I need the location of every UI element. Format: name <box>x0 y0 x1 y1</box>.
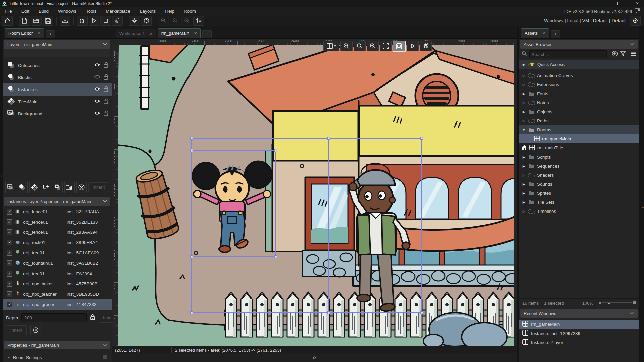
add-instance-layer-icon[interactable] <box>17 181 27 193</box>
layer-row-background[interactable]: Background <box>3 108 112 120</box>
delete-layer-icon[interactable] <box>76 181 87 193</box>
add-tab-button[interactable]: + <box>46 30 55 38</box>
add-layer-folder-icon[interactable] <box>64 181 74 193</box>
instance-row[interactable]: ✓obj_fence01inst_283AA394 <box>3 227 112 238</box>
import-icon[interactable] <box>60 16 70 26</box>
checkbox-checked[interactable]: ✓ <box>7 271 12 277</box>
zoom-out-icon[interactable] <box>158 16 169 26</box>
layer-row-cutscenes[interactable]: Cutscenes <box>3 59 112 71</box>
instance-row-selected[interactable]: ✓obj_npc_grocerinst_41847333 <box>3 299 112 310</box>
tree-sprites[interactable]: ▶Sprites <box>519 189 639 198</box>
depth-inherit-button[interactable]: Inherit <box>99 313 112 323</box>
tree-shaders[interactable]: ▷Shaders <box>519 171 639 180</box>
tree-scripts[interactable]: ▶Scripts <box>519 153 639 162</box>
tree-timelines[interactable]: ▷Timelines <box>519 207 639 216</box>
checkbox-checked[interactable]: ✓ <box>7 229 12 235</box>
room-settings-row[interactable]: Room Settings <box>3 353 112 362</box>
recent-window-item[interactable]: Instance: Player <box>519 338 639 347</box>
instance-row[interactable]: ✓obj_npc_teacherinst_3BE935DD <box>3 289 112 299</box>
inherit-button[interactable]: Inherit <box>6 325 27 335</box>
instance-row[interactable]: ✓obj_fence01inst_32EB0ABA <box>3 206 112 217</box>
instance-row[interactable]: ✓obj_tree01inst_FA2394 <box>3 268 112 279</box>
help-icon[interactable] <box>141 16 152 26</box>
fit-to-screen-icon[interactable] <box>380 41 392 51</box>
run-icon[interactable] <box>89 16 99 26</box>
add-tile-layer-icon[interactable] <box>29 181 39 193</box>
tree-sequences[interactable]: ▶Sequences <box>519 162 639 171</box>
tab-workspace-1[interactable]: Workspace 1 ✕ <box>116 29 156 38</box>
debug-icon[interactable] <box>77 16 88 26</box>
menu-build[interactable]: Build <box>34 7 53 15</box>
zoom-slider[interactable] <box>599 301 636 306</box>
instances-properties-header[interactable]: Instances Layer Properties - rm_gameMain <box>4 197 110 206</box>
room-art[interactable] <box>118 45 517 346</box>
add-tab-button[interactable]: + <box>202 30 212 38</box>
lock-open-icon[interactable] <box>103 74 108 81</box>
instance-row[interactable]: ✓obj_npc_bakerinst_4575B90B <box>3 279 112 289</box>
close-icon[interactable]: ✕ <box>542 29 545 38</box>
clear-inherit-icon[interactable] <box>30 325 41 335</box>
tree-rooms[interactable]: ▼Rooms <box>519 125 639 134</box>
close-icon[interactable]: ✕ <box>194 29 197 38</box>
tree-objects[interactable]: ▶Objects <box>519 107 639 116</box>
lock-open-icon[interactable] <box>103 62 108 69</box>
room-canvas[interactable] <box>118 45 517 346</box>
menu-windows[interactable]: Windows <box>53 7 81 15</box>
close-icon[interactable]: ✕ <box>150 29 153 38</box>
eye-icon[interactable] <box>94 63 100 68</box>
tree-rm-gamemain[interactable]: rm_gameMain <box>519 134 639 143</box>
checkbox-checked[interactable]: ✓ <box>7 291 12 297</box>
close-icon[interactable]: ✕ <box>37 29 40 38</box>
asset-browser-header[interactable]: Asset Browser <box>520 40 638 49</box>
tree-rm-maintitle[interactable]: rm_mainTitle <box>519 143 639 153</box>
checkbox-checked[interactable]: ✓ <box>7 250 12 256</box>
eye-hidden-icon[interactable] <box>94 75 100 80</box>
canvas-zoom-in-icon[interactable] <box>367 41 379 51</box>
checkbox-checked[interactable]: ✓ <box>7 281 12 287</box>
lock-open-icon[interactable] <box>103 86 108 93</box>
add-asset-layer-icon[interactable] <box>53 181 63 193</box>
recent-window-item[interactable]: rm_gameMain <box>519 320 639 329</box>
show-room-border-button[interactable] <box>393 41 406 52</box>
layer-visibility-icon[interactable] <box>420 41 432 51</box>
tree-fonts[interactable]: ▶Fonts <box>519 89 639 98</box>
eye-icon[interactable] <box>94 99 100 104</box>
collapse-left-handle[interactable]: « <box>0 174 2 178</box>
checkbox-checked[interactable]: ✓ <box>7 260 12 266</box>
checkbox-checked[interactable]: ✓ <box>7 302 12 307</box>
canvas-play-icon[interactable] <box>407 41 419 51</box>
grid-options-button[interactable] <box>323 41 339 51</box>
target-device-icon[interactable] <box>630 16 641 26</box>
lock-closed-icon[interactable] <box>90 314 95 322</box>
layer-inherit-button[interactable]: Inherit <box>88 182 109 192</box>
tree-animation-curves[interactable]: ▷Animation Curves <box>519 71 639 80</box>
instance-row[interactable]: ✓obj_fence01inst_362DE133 <box>3 217 112 227</box>
build-targets-text[interactable]: Windows | Local | VM | Default | Default <box>544 18 627 23</box>
maximize-button[interactable] <box>617 0 631 8</box>
tab-room-editor[interactable]: Room Editor ✕ <box>5 28 44 38</box>
add-asset-icon[interactable] <box>612 51 618 58</box>
zoom-in-icon[interactable] <box>181 16 192 26</box>
menu-file[interactable]: File <box>0 7 17 15</box>
canvas-zoom-reset-icon[interactable] <box>354 41 366 51</box>
new-project-icon[interactable] <box>19 16 30 26</box>
home-button[interactable] <box>2 16 13 26</box>
filter-icon[interactable] <box>620 51 626 58</box>
properties-header[interactable]: Properties - rm_gameMain <box>4 341 110 349</box>
menu-hamburger-icon[interactable] <box>631 51 636 57</box>
recent-windows-header[interactable]: Recent Windows <box>520 309 638 318</box>
layer-row-instances[interactable]: Instances <box>3 83 112 96</box>
stop-icon[interactable] <box>100 16 111 26</box>
open-project-icon[interactable] <box>31 16 42 26</box>
menu-room[interactable]: Room <box>179 7 201 15</box>
menu-layouts[interactable]: Layouts <box>135 7 160 15</box>
collapse-right-handle[interactable]: » <box>642 205 644 209</box>
target-manager-icon[interactable] <box>193 16 204 26</box>
tree-sounds[interactable]: ▶Sounds <box>519 180 639 189</box>
tree-extensions[interactable]: ▷Extensions <box>519 80 639 89</box>
depth-input[interactable] <box>21 313 87 322</box>
clean-icon[interactable] <box>112 16 123 26</box>
canvas-zoom-out-icon[interactable] <box>340 41 353 51</box>
zoom-reset-icon[interactable] <box>170 16 180 26</box>
settings-gear-icon[interactable] <box>129 16 140 26</box>
